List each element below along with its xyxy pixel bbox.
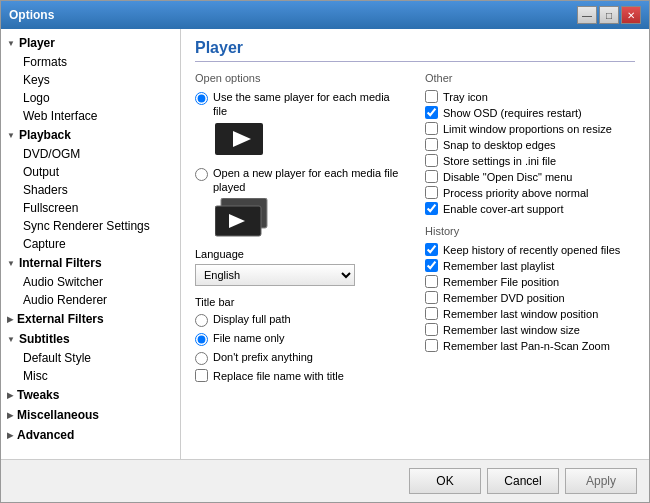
sidebar-item-web-interface[interactable]: Web Interface bbox=[1, 107, 180, 125]
open-option-group: Use the same player for each media file … bbox=[195, 90, 405, 238]
sidebar-item-formats[interactable]: Formats bbox=[1, 53, 180, 71]
sidebar-item-playback-label: Playback bbox=[19, 128, 71, 142]
sidebar-item-external-filters[interactable]: ▶ External Filters bbox=[1, 309, 180, 329]
main-panel: Player Open options Use the same player … bbox=[181, 29, 649, 459]
snap-desktop-checkbox[interactable] bbox=[425, 138, 438, 151]
disable-open-disc-item: Disable "Open Disc" menu bbox=[425, 170, 635, 183]
remember-dvd-pos-label: Remember DVD position bbox=[443, 292, 565, 304]
limit-window-label: Limit window proportions on resize bbox=[443, 123, 612, 135]
sidebar-item-subtitles-label: Subtitles bbox=[19, 332, 70, 346]
sidebar-item-audio-switcher[interactable]: Audio Switcher bbox=[1, 273, 180, 291]
cancel-button[interactable]: Cancel bbox=[487, 468, 559, 494]
disable-open-disc-checkbox[interactable] bbox=[425, 170, 438, 183]
history-label: History bbox=[425, 225, 635, 237]
radio-file-name-only-label: File name only bbox=[213, 331, 285, 345]
enable-cover-art-checkbox[interactable] bbox=[425, 202, 438, 215]
ok-button[interactable]: OK bbox=[409, 468, 481, 494]
sidebar-item-output[interactable]: Output bbox=[1, 163, 180, 181]
bottom-bar: OK Cancel Apply bbox=[1, 459, 649, 502]
remember-last-window-size-checkbox[interactable] bbox=[425, 323, 438, 336]
show-osd-item: Show OSD (requires restart) bbox=[425, 106, 635, 119]
sidebar-item-player[interactable]: ▼ Player bbox=[1, 33, 180, 53]
media-icon-svg bbox=[215, 123, 263, 155]
sidebar-item-shaders[interactable]: Shaders bbox=[1, 181, 180, 199]
media-icon-double-svg bbox=[215, 198, 271, 238]
expand-icon-subtitles: ▼ bbox=[7, 335, 15, 344]
sidebar-item-fullscreen[interactable]: Fullscreen bbox=[1, 199, 180, 217]
remember-file-pos-item: Remember File position bbox=[425, 275, 635, 288]
show-osd-checkbox[interactable] bbox=[425, 106, 438, 119]
sidebar-item-audio-renderer[interactable]: Audio Renderer bbox=[1, 291, 180, 309]
expand-icon-advanced: ▶ bbox=[7, 431, 13, 440]
process-priority-item: Process priority above normal bbox=[425, 186, 635, 199]
language-section: Language English French German bbox=[195, 248, 405, 286]
window-title: Options bbox=[9, 8, 54, 22]
sidebar-item-dvd-ogm[interactable]: DVD/OGM bbox=[1, 145, 180, 163]
tray-icon-checkbox[interactable] bbox=[425, 90, 438, 103]
keep-history-checkbox[interactable] bbox=[425, 243, 438, 256]
maximize-button[interactable]: □ bbox=[599, 6, 619, 24]
close-button[interactable]: ✕ bbox=[621, 6, 641, 24]
process-priority-label: Process priority above normal bbox=[443, 187, 589, 199]
radio-display-full-path-item: Display full path bbox=[195, 312, 405, 327]
radio-same-player-item: Use the same player for each media file bbox=[195, 90, 405, 119]
window-controls: — □ ✕ bbox=[577, 6, 641, 24]
keep-history-label: Keep history of recently opened files bbox=[443, 244, 620, 256]
sidebar-item-capture[interactable]: Capture bbox=[1, 235, 180, 253]
sidebar-item-internal-filters-label: Internal Filters bbox=[19, 256, 102, 270]
sidebar-item-advanced[interactable]: ▶ Advanced bbox=[1, 425, 180, 445]
keep-history-item: Keep history of recently opened files bbox=[425, 243, 635, 256]
sidebar-item-miscellaneous-label: Miscellaneous bbox=[17, 408, 99, 422]
expand-icon-tweaks: ▶ bbox=[7, 391, 13, 400]
sidebar-item-playback[interactable]: ▼ Playback bbox=[1, 125, 180, 145]
sidebar-item-internal-filters[interactable]: ▼ Internal Filters bbox=[1, 253, 180, 273]
remember-dvd-pos-checkbox[interactable] bbox=[425, 291, 438, 304]
replace-file-name-checkbox[interactable] bbox=[195, 369, 208, 382]
remember-file-pos-checkbox[interactable] bbox=[425, 275, 438, 288]
radio-same-player[interactable] bbox=[195, 92, 208, 105]
enable-cover-art-item: Enable cover-art support bbox=[425, 202, 635, 215]
sidebar-item-misc[interactable]: Misc bbox=[1, 367, 180, 385]
process-priority-checkbox[interactable] bbox=[425, 186, 438, 199]
radio-dont-prefix[interactable] bbox=[195, 352, 208, 365]
sidebar-item-sync-renderer[interactable]: Sync Renderer Settings bbox=[1, 217, 180, 235]
store-ini-item: Store settings in .ini file bbox=[425, 154, 635, 167]
sidebar-item-keys[interactable]: Keys bbox=[1, 71, 180, 89]
remember-last-playlist-item: Remember last playlist bbox=[425, 259, 635, 272]
minimize-button[interactable]: — bbox=[577, 6, 597, 24]
remember-last-playlist-label: Remember last playlist bbox=[443, 260, 554, 272]
sidebar-item-miscellaneous[interactable]: ▶ Miscellaneous bbox=[1, 405, 180, 425]
apply-button[interactable]: Apply bbox=[565, 468, 637, 494]
snap-desktop-label: Snap to desktop edges bbox=[443, 139, 556, 151]
language-select[interactable]: English French German bbox=[195, 264, 355, 286]
remember-pan-scan-label: Remember last Pan-n-Scan Zoom bbox=[443, 340, 610, 352]
disable-open-disc-label: Disable "Open Disc" menu bbox=[443, 171, 572, 183]
sidebar-item-default-style[interactable]: Default Style bbox=[1, 349, 180, 367]
enable-cover-art-label: Enable cover-art support bbox=[443, 203, 563, 215]
expand-icon-playback: ▼ bbox=[7, 131, 15, 140]
sidebar-item-tweaks[interactable]: ▶ Tweaks bbox=[1, 385, 180, 405]
tray-icon-label: Tray icon bbox=[443, 91, 488, 103]
store-ini-checkbox[interactable] bbox=[425, 154, 438, 167]
language-label: Language bbox=[195, 248, 405, 260]
sidebar-item-subtitles[interactable]: ▼ Subtitles bbox=[1, 329, 180, 349]
limit-window-item: Limit window proportions on resize bbox=[425, 122, 635, 135]
remember-last-window-pos-item: Remember last window position bbox=[425, 307, 635, 320]
other-label: Other bbox=[425, 72, 635, 84]
two-column-layout: Open options Use the same player for eac… bbox=[195, 72, 635, 385]
remember-last-window-pos-checkbox[interactable] bbox=[425, 307, 438, 320]
limit-window-checkbox[interactable] bbox=[425, 122, 438, 135]
expand-icon-external: ▶ bbox=[7, 315, 13, 324]
remember-file-pos-label: Remember File position bbox=[443, 276, 559, 288]
expand-icon-misc: ▶ bbox=[7, 411, 13, 420]
remember-pan-scan-checkbox[interactable] bbox=[425, 339, 438, 352]
title-bar: Options — □ ✕ bbox=[1, 1, 649, 29]
radio-new-player[interactable] bbox=[195, 168, 208, 181]
sidebar-item-tweaks-label: Tweaks bbox=[17, 388, 59, 402]
radio-file-name-only[interactable] bbox=[195, 333, 208, 346]
remember-last-playlist-checkbox[interactable] bbox=[425, 259, 438, 272]
radio-display-full-path[interactable] bbox=[195, 314, 208, 327]
titlebar-label: Title bar bbox=[195, 296, 405, 308]
sidebar-item-logo[interactable]: Logo bbox=[1, 89, 180, 107]
options-window: Options — □ ✕ ▼ Player Formats Keys Logo bbox=[0, 0, 650, 503]
